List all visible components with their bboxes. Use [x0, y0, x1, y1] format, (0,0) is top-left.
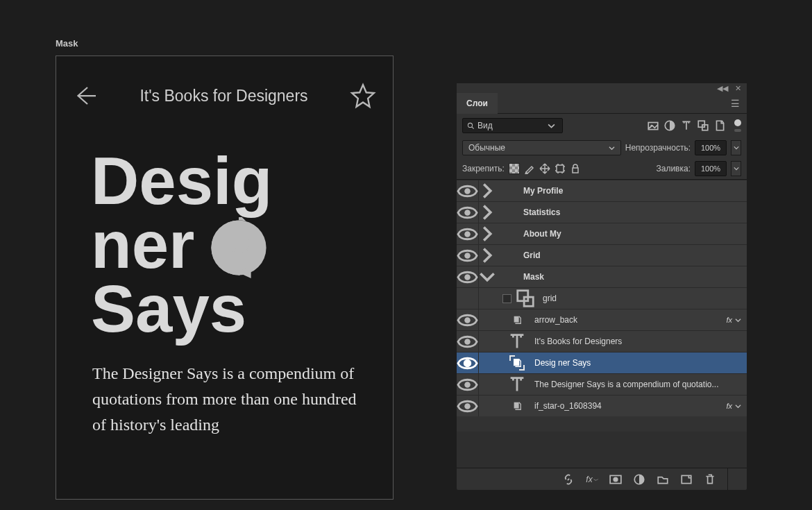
layer-name[interactable]: if_star-o_1608394	[527, 401, 726, 411]
lock-all-icon[interactable]	[570, 163, 581, 174]
opacity-stepper[interactable]	[731, 140, 741, 155]
layer-name[interactable]: The Designer Says is a compendium of quo…	[527, 380, 741, 389]
svg-rect-20	[514, 359, 519, 366]
layer-row[interactable]: It's Books for Designers	[457, 330, 747, 352]
opacity-label: Непрозрачность:	[625, 143, 691, 153]
filter-kind-select[interactable]: Вид	[462, 118, 563, 133]
filter-smart-icon[interactable]	[713, 119, 726, 132]
quote-bubble-icon	[208, 217, 269, 278]
layer-row[interactable]: Statistics	[457, 201, 747, 223]
lock-position-icon[interactable]	[539, 163, 550, 174]
layer-name[interactable]: Mask	[516, 272, 741, 282]
new-group-icon[interactable]	[657, 473, 669, 486]
layer-checkbox[interactable]	[498, 294, 515, 303]
fx-badge[interactable]: fx	[726, 402, 732, 410]
blend-mode-select[interactable]: Обычные	[462, 140, 621, 155]
svg-point-19	[464, 360, 471, 366]
layer-tree: My ProfileStatisticsAbout MyGridMaskgrid…	[457, 180, 747, 432]
lock-pixels-icon[interactable]	[524, 163, 535, 174]
panel-menu-icon[interactable]: ☰	[724, 98, 747, 109]
layer-thumb-icon	[515, 288, 536, 309]
fill-input[interactable]: 100%	[695, 161, 727, 176]
panel-footer: fx﹀	[457, 468, 747, 490]
delete-layer-icon[interactable]	[704, 473, 716, 486]
svg-point-10	[464, 210, 471, 216]
chevron-right-icon[interactable]	[479, 204, 496, 221]
fx-icon[interactable]: fx﹀	[586, 473, 598, 486]
layer-name[interactable]: Grid	[516, 250, 741, 260]
visibility-toggle[interactable]	[457, 352, 479, 373]
chevron-down-icon[interactable]	[479, 269, 496, 285]
layer-name[interactable]: grid	[536, 294, 741, 303]
tab-layers[interactable]: Слои	[457, 93, 498, 114]
adjustment-layer-icon[interactable]	[633, 473, 645, 486]
visibility-toggle[interactable]	[457, 288, 479, 309]
layer-name[interactable]: arrow_back	[527, 315, 726, 325]
chevron-right-icon[interactable]	[479, 247, 496, 264]
layer-name[interactable]: Statistics	[516, 207, 741, 217]
svg-point-25	[613, 477, 618, 482]
mock-header: It's Books for Designers	[56, 56, 393, 109]
panel-window-controls: ◀◀ ✕	[457, 83, 747, 93]
layer-tree-empty[interactable]	[457, 432, 747, 468]
layer-name[interactable]: About My	[516, 229, 741, 239]
new-layer-icon[interactable]	[680, 473, 693, 486]
visibility-toggle[interactable]	[457, 180, 479, 201]
visibility-toggle[interactable]	[457, 309, 479, 330]
layer-row[interactable]: Mask	[457, 266, 747, 287]
layer-row[interactable]: About My	[457, 223, 747, 244]
layers-panel: ◀◀ ✕ Слои ☰ Вид Обычные Непрозрачность: …	[457, 83, 747, 490]
filter-adjust-icon[interactable]	[663, 119, 676, 132]
layer-row[interactable]: arrow_backfx	[457, 309, 747, 330]
layer-thumb-icon	[507, 357, 527, 369]
opacity-input[interactable]: 100%	[695, 140, 727, 155]
layer-row[interactable]: grid	[457, 287, 747, 309]
layer-thumb-icon	[507, 400, 527, 412]
filter-type-icon[interactable]	[680, 119, 693, 132]
lock-transparency-icon[interactable]	[509, 163, 520, 174]
visibility-toggle[interactable]	[457, 331, 479, 352]
layer-row[interactable]: if_star-o_1608394fx	[457, 395, 747, 416]
svg-rect-5	[698, 121, 704, 127]
svg-point-12	[464, 253, 471, 259]
arrow-back-icon[interactable]	[73, 83, 98, 108]
artboard-canvas[interactable]: It's Books for Designers Desig ner Says …	[56, 56, 394, 500]
svg-point-13	[464, 274, 471, 280]
svg-rect-7	[557, 165, 564, 172]
svg-point-21	[464, 382, 471, 388]
layer-name[interactable]: Desig ner Says	[527, 358, 741, 368]
filter-pixel-icon[interactable]	[647, 119, 659, 132]
filter-toggle[interactable]	[734, 119, 741, 132]
chevron-down-icon[interactable]	[735, 317, 741, 323]
lock-artboard-icon[interactable]	[555, 163, 566, 174]
visibility-toggle[interactable]	[457, 223, 479, 244]
svg-rect-8	[573, 168, 578, 173]
filter-shape-icon[interactable]	[697, 119, 709, 132]
layer-row[interactable]: Desig ner Says	[457, 352, 747, 373]
visibility-toggle[interactable]	[457, 396, 479, 416]
fx-badge[interactable]: fx	[726, 316, 732, 324]
layer-row[interactable]: Grid	[457, 244, 747, 266]
svg-rect-27	[682, 475, 691, 483]
blend-mode-value: Обычные	[468, 143, 505, 153]
layer-row[interactable]: My Profile	[457, 180, 747, 201]
chevron-right-icon[interactable]	[479, 226, 496, 242]
star-icon[interactable]	[350, 83, 376, 109]
chevron-down-icon[interactable]	[735, 403, 741, 409]
visibility-toggle[interactable]	[457, 374, 479, 395]
visibility-toggle[interactable]	[457, 202, 479, 223]
visibility-toggle[interactable]	[457, 245, 479, 266]
headline-block: Desig ner Says	[56, 109, 393, 340]
layer-name[interactable]: It's Books for Designers	[527, 337, 741, 346]
layer-row[interactable]: The Designer Says is a compendium of quo…	[457, 373, 747, 395]
fill-stepper[interactable]	[731, 161, 741, 176]
footer-resize-handle[interactable]	[727, 468, 738, 490]
visibility-toggle[interactable]	[457, 266, 479, 287]
layer-name[interactable]: My Profile	[516, 186, 741, 196]
close-panel-icon[interactable]: ✕	[735, 84, 741, 93]
collapse-panel-icon[interactable]: ◀◀	[717, 84, 728, 93]
chevron-right-icon[interactable]	[479, 182, 496, 199]
svg-rect-14	[518, 291, 528, 301]
add-mask-icon[interactable]	[609, 473, 622, 486]
link-layers-icon[interactable]	[562, 473, 575, 486]
